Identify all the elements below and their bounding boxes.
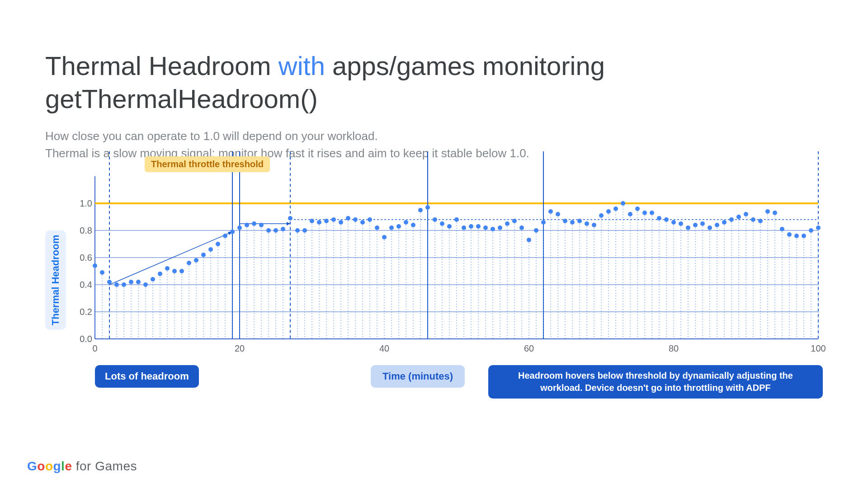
svg-point-144 — [541, 220, 546, 225]
svg-point-38 — [158, 272, 162, 276]
svg-point-30 — [129, 280, 133, 284]
svg-point-140 — [527, 238, 531, 242]
threshold-label: Thermal throttle threshold — [145, 156, 270, 172]
y-tick: 0.2 — [80, 307, 92, 317]
y-axis-label: Thermal Headroom — [50, 235, 61, 326]
svg-point-86 — [331, 217, 336, 222]
svg-point-154 — [577, 219, 582, 223]
google-for-games-logo: Google for Games — [27, 459, 137, 474]
svg-point-198 — [736, 215, 741, 219]
title-pre: Thermal Headroom — [45, 51, 278, 80]
svg-point-152 — [570, 220, 575, 225]
svg-point-44 — [179, 269, 184, 273]
svg-point-58 — [230, 230, 235, 234]
y-tick: 0.4 — [80, 280, 92, 290]
svg-point-36 — [151, 277, 155, 282]
callout-adpf: Headroom hovers below threshold by dynam… — [488, 365, 823, 399]
x-tick: 100 — [811, 343, 826, 354]
svg-point-162 — [606, 209, 611, 214]
svg-point-76 — [295, 228, 300, 233]
svg-point-160 — [599, 213, 604, 218]
svg-point-50 — [201, 253, 206, 257]
svg-point-128 — [483, 225, 488, 230]
svg-point-122 — [462, 225, 466, 230]
svg-point-102 — [389, 225, 394, 230]
svg-point-94 — [360, 220, 365, 225]
y-tick: 0.6 — [80, 253, 92, 263]
svg-point-70 — [274, 228, 278, 233]
svg-point-166 — [621, 201, 625, 206]
svg-point-48 — [194, 258, 198, 263]
callouts: Lots of headroom Time (minutes) Headroom… — [95, 365, 823, 401]
svg-point-96 — [368, 217, 372, 222]
svg-point-210 — [780, 227, 784, 231]
x-tick: 40 — [379, 343, 389, 354]
svg-point-54 — [216, 242, 220, 246]
x-tick: 0 — [92, 343, 97, 354]
svg-point-208 — [773, 211, 777, 215]
svg-point-200 — [744, 212, 748, 216]
svg-point-142 — [534, 228, 538, 233]
y-tick: 0.8 — [80, 225, 92, 236]
svg-point-124 — [469, 224, 473, 229]
x-tick: 20 — [235, 343, 245, 354]
svg-line-18 — [109, 232, 232, 285]
svg-point-82 — [317, 220, 321, 225]
svg-point-190 — [708, 225, 712, 230]
svg-point-60 — [237, 225, 242, 230]
svg-point-26 — [114, 282, 119, 287]
svg-point-168 — [628, 212, 632, 216]
slide: Thermal Headroom with apps/games monitor… — [0, 0, 868, 488]
svg-point-178 — [664, 217, 669, 222]
svg-point-126 — [476, 224, 481, 229]
svg-point-80 — [310, 219, 314, 223]
svg-point-150 — [563, 219, 567, 223]
svg-point-186 — [693, 223, 698, 227]
subtitle-line-2: Thermal is a slow moving signal; monitor… — [45, 146, 529, 160]
chart: Thermal Headroom 0.00.20.40.60.81.0 Ther… — [45, 176, 823, 380]
svg-point-52 — [208, 247, 213, 252]
svg-point-216 — [802, 234, 806, 238]
svg-point-218 — [809, 228, 813, 233]
svg-point-158 — [592, 223, 596, 227]
svg-point-24 — [107, 280, 112, 284]
y-tick: 0.0 — [80, 334, 92, 344]
svg-point-220 — [816, 225, 821, 230]
svg-point-156 — [585, 221, 589, 226]
svg-point-46 — [187, 261, 191, 265]
svg-point-78 — [302, 228, 307, 233]
svg-point-106 — [404, 220, 408, 225]
y-axis-label-box: Thermal Headroom — [45, 230, 66, 330]
svg-point-206 — [765, 209, 770, 214]
svg-point-20 — [93, 263, 97, 268]
svg-point-192 — [715, 223, 719, 227]
svg-point-90 — [346, 216, 350, 221]
svg-point-116 — [440, 221, 444, 226]
svg-point-170 — [635, 206, 640, 211]
svg-point-88 — [339, 220, 343, 225]
svg-point-134 — [505, 221, 509, 226]
svg-point-56 — [223, 234, 227, 238]
svg-point-32 — [136, 280, 141, 284]
svg-point-194 — [722, 220, 726, 225]
x-axis-label: Time (minutes) — [371, 365, 465, 388]
svg-point-114 — [433, 217, 437, 222]
svg-point-130 — [491, 227, 495, 231]
callout-lots-of-headroom: Lots of headroom — [95, 365, 199, 388]
svg-point-120 — [454, 217, 459, 222]
svg-point-174 — [650, 211, 654, 215]
svg-point-72 — [281, 227, 285, 231]
svg-point-62 — [245, 223, 249, 227]
svg-point-148 — [556, 212, 560, 216]
svg-point-176 — [657, 216, 661, 221]
svg-point-164 — [613, 206, 618, 211]
svg-point-64 — [252, 221, 256, 226]
svg-point-112 — [425, 205, 430, 210]
page-title: Thermal Headroom with apps/games monitor… — [45, 50, 823, 115]
svg-point-100 — [382, 235, 387, 239]
svg-point-136 — [512, 219, 517, 223]
svg-point-74 — [288, 216, 292, 221]
logo-rest: for Games — [72, 459, 137, 473]
svg-point-182 — [679, 221, 683, 226]
svg-point-212 — [787, 232, 792, 237]
